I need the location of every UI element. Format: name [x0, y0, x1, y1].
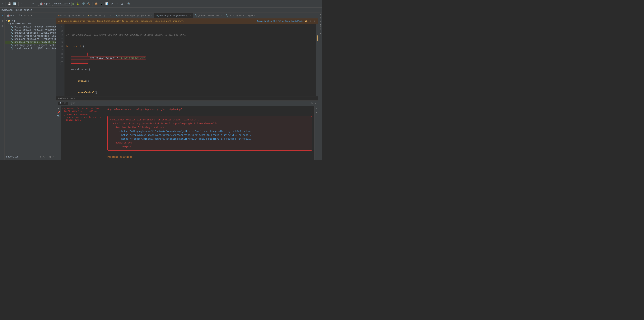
structure-icon[interactable]: S [0, 24, 4, 28]
no-devices-dropdown[interactable]: No Devices ▾ [52, 2, 72, 6]
tab-close-build-gradle-app[interactable]: × [254, 15, 255, 17]
local-properties-icon: 🔧 [11, 47, 14, 50]
error-link-3[interactable]: https://jcenter.bintray.com/org/jetbrain… [121, 138, 254, 140]
tree-item-build-gradle-project[interactable]: 🔧 build.gradle (Project: MyNewApp) [4, 25, 56, 29]
search-button[interactable]: 🔍 [126, 2, 131, 6]
tab-icon-gradle-properties: 🔧 [195, 15, 197, 17]
tree-item-gradle-properties-project[interactable]: 🔧 gradle.properties (Project Properties) [4, 41, 56, 44]
tab-close-activity-main-xml[interactable]: × [83, 15, 84, 17]
gradle-properties-project-label: gradle.properties (Project Properties) [14, 41, 56, 44]
open-build-button[interactable]: Open 'Build' View [267, 20, 284, 22]
android-dropdown[interactable]: 🤖 Android ▾ [6, 14, 23, 17]
kw-buildscript: buildscript [66, 45, 82, 48]
warning-down-btn[interactable]: ∨ [313, 20, 316, 23]
tree-item-settings-gradle[interactable]: 🔧 settings.gradle (Project Settings) [4, 44, 56, 47]
breadcrumb-project[interactable]: MyNewApp [2, 9, 13, 12]
bottom-tab-sync[interactable]: Sync [68, 102, 77, 105]
resource-manager-icon[interactable]: R [0, 19, 4, 23]
possible-solution-header: Possible solution: [108, 155, 312, 159]
error-link-1[interactable]: https://dl.google.com/dl/android/maven2/… [121, 130, 254, 133]
tab-gradle-wrapper-props[interactable]: 🔧 gradle-wrapper.properties × [113, 13, 154, 18]
error-line-link-1: - https://dl.google.com/dl/android/maven… [109, 129, 310, 133]
try-again-button[interactable]: Try Again [257, 20, 266, 22]
line-num-10: 10 [56, 60, 64, 64]
breadcrumb-file[interactable]: build.gradle [16, 9, 32, 12]
tab-build-gradle-mynewapp[interactable]: 🔧 build.gradle (MyNewApp) × [154, 13, 193, 18]
tree-item-local-properties[interactable]: 🔧 local.properties (SDK Location) [4, 47, 56, 50]
build-item-error-detail[interactable]: ● Could not resolve org.jetbrains.kotlin… [61, 113, 105, 122]
tab-label-gradle-properties: gradle.properties [198, 15, 220, 17]
toolbar-profiler-btn[interactable]: 📊 [104, 2, 109, 6]
line-num-9: 9 [56, 56, 64, 60]
toolbar-layout-btn[interactable]: ⊞ [120, 2, 124, 6]
tree-item-gradle-scripts[interactable]: ▼ ⚙ Gradle Scripts [4, 22, 56, 25]
toolbar-cut-btn[interactable]: ✂ [32, 2, 35, 6]
proguard-icon: 🔧 [11, 38, 14, 41]
favorites-edit-btn[interactable]: ✎ [42, 155, 45, 158]
tab-close-gradle-wrapper-props[interactable]: × [151, 15, 152, 17]
favorites-remove-btn[interactable]: − [46, 155, 48, 158]
toolbar-sync-btn[interactable]: 🔄 [12, 2, 17, 6]
toolbar-save-btn[interactable]: 💾 [7, 2, 12, 6]
tree-item-build-gradle-module[interactable]: 🔧 build.gradle (Module: MyNewApp.app) [4, 29, 56, 32]
tab-close-build-gradle-mynewapp[interactable]: × [190, 15, 191, 17]
toolbar-avd-btn[interactable]: 📱 [99, 2, 104, 6]
tab-gradle-properties[interactable]: 🔧 gradle.properties × [193, 13, 224, 18]
project-icon[interactable]: P [0, 14, 4, 18]
editor-scrollbar[interactable] [316, 24, 318, 96]
tab-build-gradle-app[interactable]: 🔧 build.gradle (:app) × [224, 13, 257, 18]
toolbar-attach-btn[interactable]: 🔗 [81, 2, 86, 6]
warning-up-btn[interactable]: ∧ [309, 20, 312, 23]
tab-close-gradle-properties[interactable]: × [220, 15, 222, 17]
toolbar-share-btn[interactable]: ↑ [116, 2, 120, 6]
bottom-right-filter-btn[interactable]: ≣ [315, 111, 318, 114]
build-item-failed[interactable]: ● MyNewApp: failed at 2021/5/9 23:00 wit… [61, 107, 105, 113]
bottom-left-icons: ■ 📌 🔍 [56, 106, 61, 160]
tree-item-gradle-properties-global[interactable]: 🔧 gradle.properties (Global Properties) [4, 32, 56, 35]
build-error-detail-text: Could not resolve org.jetbrains.kotlin:k… [66, 113, 104, 121]
favorites-close-btn[interactable]: × [52, 155, 55, 158]
bottom-left-stop-btn[interactable]: ■ [57, 107, 60, 110]
tab-close-mainactivity-kt[interactable]: × [110, 15, 111, 17]
tree-item-app[interactable]: ▼ 📁 app [4, 19, 56, 22]
bottom-tab-build[interactable]: Build [58, 102, 68, 105]
toolbar-sdk-btn[interactable]: 📦 [94, 2, 98, 6]
panel-expand-btn[interactable]: ↕ [28, 14, 30, 17]
bottom-left-pin-btn[interactable]: 📌 [56, 111, 60, 114]
panel-close-btn[interactable]: × [30, 14, 33, 17]
tab-activity-main-xml[interactable]: ■ activity_main.xml × [56, 13, 86, 18]
error-output[interactable]: A problem occurred configuring root proj… [105, 106, 314, 160]
possible-solution-link[interactable]: https://docs.gradle.org/current... [204, 159, 251, 160]
toolbar-undo-btn[interactable]: ← [20, 2, 24, 6]
tab-label-gradle-wrapper-props: gradle-wrapper.properties [118, 15, 150, 17]
no-devices-label: No Devices [54, 3, 68, 5]
tree-item-gradle-wrapper-props[interactable]: 🔧 gradle-wrapper.properties (Gradle Vers… [4, 35, 56, 38]
sync-warning-bar: ⚠ Gradle project sync failed. Basic func… [56, 19, 318, 24]
bottom-settings-btn[interactable]: ⚙ [310, 102, 313, 105]
bottom-close-btn[interactable]: × [314, 102, 317, 105]
chevron-down-icon: ▾ [48, 2, 50, 5]
run-button[interactable]: ▶ [72, 2, 75, 6]
tab-mainactivity-kt[interactable]: K MainActivity.kt × [86, 13, 113, 18]
tree-item-proguard[interactable]: 🔧 proguard-rules.pro (ProGuard Rules for… [4, 38, 56, 41]
toolbar-build-btn[interactable]: 🔨 [86, 2, 91, 6]
show-log-button[interactable]: Show Log in Finder [285, 20, 304, 22]
gradle-sidebar-label[interactable]: Gradle [319, 14, 322, 23]
toolbar-menu-btn[interactable]: ≡ [1, 2, 4, 6]
error-link-2[interactable]: https://repo.maven.apache.org/maven2/org… [121, 134, 254, 136]
toolbar-redo-btn[interactable]: → [25, 2, 29, 6]
build-failed-label: MyNewApp: failed at 2021/5/9 23:00 with … [64, 107, 100, 112]
code-breadcrumb: buildscript{} [56, 96, 318, 100]
favorites-add-btn[interactable]: + [39, 155, 42, 158]
code-content[interactable]: // Top-level build file where you can ad… [64, 24, 316, 96]
panel-settings-gear-btn[interactable]: ⚙ [24, 14, 27, 17]
emulator-sidebar-label[interactable]: Emulator [319, 24, 322, 35]
toolbar-debug-btn[interactable]: 🐛 [76, 2, 80, 6]
bottom-right-list-btn[interactable]: ≡ [315, 107, 318, 110]
favorites-settings-btn[interactable]: ⚙ [48, 155, 52, 158]
bottom-tab-sync-close[interactable]: × [78, 102, 79, 104]
bottom-left-filter-btn[interactable]: 🔍 [56, 114, 60, 117]
tab-label-mainactivity-kt: MainActivity.kt [90, 15, 109, 17]
app-config-dropdown[interactable]: 🤖 app ▾ [38, 2, 52, 6]
toolbar-settings-btn[interactable]: ⚙ [110, 2, 114, 6]
